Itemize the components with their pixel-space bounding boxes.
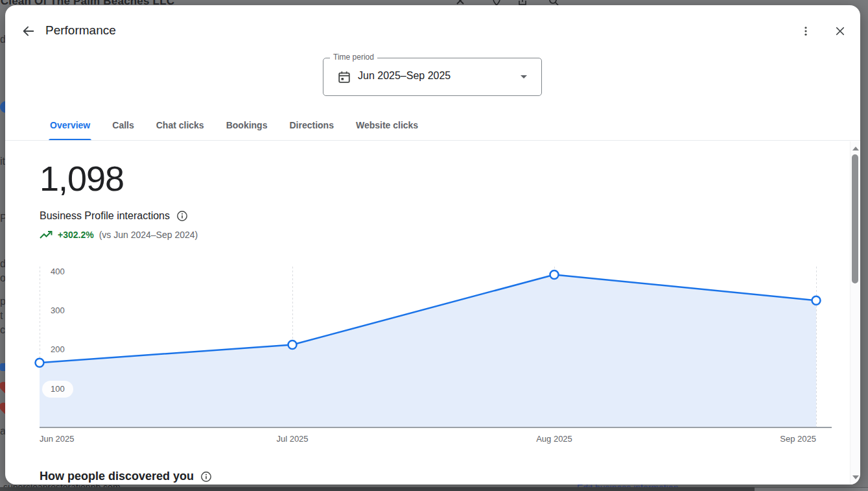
y-axis-tick: 200 <box>51 343 65 356</box>
backdrop-left-sliver: ditPdoptca <box>0 5 5 485</box>
backdrop-pin-icon <box>0 401 5 414</box>
trend-delta: +302.2% <box>58 230 94 240</box>
chart-point[interactable] <box>812 296 821 305</box>
kebab-menu-icon <box>800 25 812 37</box>
backdrop-dark-bar <box>0 487 755 491</box>
back-button[interactable] <box>19 22 38 40</box>
backdrop-badge-icon <box>0 101 5 113</box>
tab-bookings[interactable]: Bookings <box>215 110 279 141</box>
tab-overview[interactable]: Overview <box>39 110 101 141</box>
close-icon <box>834 25 846 37</box>
time-period-value: Jun 2025–Sep 2025 <box>358 70 451 82</box>
performance-dialog: Performance Time period Jun 2025–Sep 202… <box>5 5 860 485</box>
close-icon-fragment <box>454 0 466 5</box>
chart-point[interactable] <box>288 341 297 349</box>
chart-baseline <box>40 427 832 428</box>
time-period-select[interactable]: Time period Jun 2025–Sep 2025 <box>323 58 542 96</box>
tab-calls[interactable]: Calls <box>101 110 145 141</box>
interactions-total: 1,098 <box>40 158 124 198</box>
interactions-label: Business Profile interactions <box>40 210 170 222</box>
chart-point[interactable] <box>36 359 44 367</box>
x-axis-label: Sep 2025 <box>780 434 816 444</box>
dropdown-arrow-icon <box>521 75 527 78</box>
info-icon[interactable] <box>176 210 188 222</box>
backdrop-business-name: rClean Of The Palm Beaches LLC <box>0 0 174 5</box>
back-arrow-icon <box>21 24 36 38</box>
trend-comparison: (vs Jun 2024–Sep 2024) <box>99 230 198 240</box>
content-scrollbar <box>850 141 860 485</box>
scrollbar-down-arrow[interactable] <box>852 475 859 479</box>
tab-directions[interactable]: Directions <box>278 110 344 141</box>
calendar-icon <box>337 70 351 84</box>
y-axis-tick: 400 <box>51 265 65 278</box>
backdrop-text-fragment: t <box>0 310 3 322</box>
tabs-separator <box>5 140 860 141</box>
backdrop-text-fragment: it <box>0 156 5 167</box>
chart-point[interactable] <box>550 270 559 279</box>
discovery-section-heading: How people discovered you <box>40 470 194 483</box>
share-icon-fragment <box>517 0 529 5</box>
pin-icon-fragment <box>491 0 502 5</box>
close-button[interactable] <box>831 22 849 40</box>
backdrop-text-fragment: c <box>0 324 5 336</box>
tab-chat-clicks[interactable]: Chat clicks <box>145 110 215 141</box>
backdrop-text-fragment: P <box>0 213 5 224</box>
page-title: Performance <box>45 23 116 38</box>
search-icon-fragment <box>548 0 559 5</box>
backdrop-bluedot-icon <box>0 363 5 371</box>
scrollbar-up-arrow[interactable] <box>852 147 859 150</box>
scrollbar-thumb[interactable] <box>852 154 858 283</box>
y-axis-tick: 100 <box>42 381 73 398</box>
backdrop-text-fragment: d <box>0 258 5 270</box>
backdrop-pin-icon <box>0 380 5 394</box>
x-axis-label: Jul 2025 <box>276 434 308 444</box>
x-axis-label: Jun 2025 <box>40 434 75 444</box>
backdrop-text-fragment: p <box>0 296 5 307</box>
more-options-button[interactable] <box>797 22 815 40</box>
interactions-area-chart <box>40 263 833 429</box>
time-period-label: Time period <box>330 53 377 62</box>
backdrop-top-bar: rClean Of The Palm Beaches LLC <box>0 0 868 5</box>
backdrop-dark-bar-right <box>755 487 868 491</box>
backdrop-text-fragment: o <box>0 272 5 284</box>
backdrop-text-fragment: a <box>0 425 5 437</box>
chart-area-fill <box>40 275 816 428</box>
performance-tabs: Overview Calls Chat clicks Bookings Dire… <box>39 110 429 141</box>
trending-up-icon <box>40 230 53 239</box>
backdrop-bottom-strip: supercleanrestorationpb.com Edit busines… <box>0 485 868 491</box>
x-axis-label: Aug 2025 <box>536 434 572 444</box>
tab-website-clicks[interactable]: Website clicks <box>345 110 429 141</box>
backdrop-text-fragment: d <box>0 34 5 45</box>
y-axis-tick: 300 <box>51 304 65 317</box>
info-icon[interactable] <box>200 471 212 483</box>
